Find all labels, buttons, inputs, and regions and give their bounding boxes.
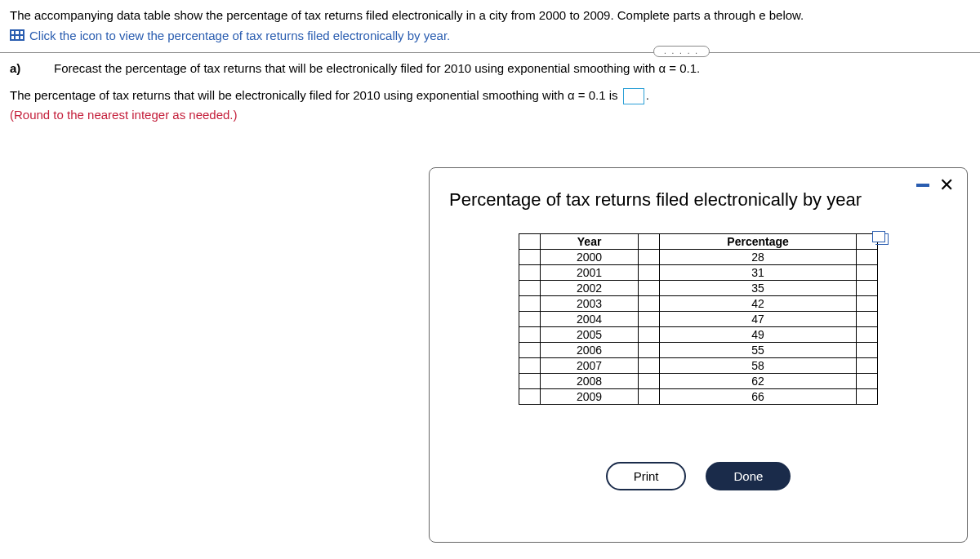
table-header-year: Year	[541, 234, 639, 250]
table-row: 200131	[519, 265, 878, 281]
grid-icon[interactable]	[10, 29, 24, 41]
part-label: a)	[10, 61, 54, 75]
percentage-cell: 28	[660, 250, 857, 265]
blank-cell	[639, 389, 660, 405]
blank-cell	[639, 358, 660, 374]
blank-cell	[857, 343, 878, 358]
blank-cell	[639, 250, 660, 265]
year-cell: 2000	[541, 250, 639, 265]
percentage-cell: 31	[660, 265, 857, 281]
percentage-cell: 42	[660, 296, 857, 312]
year-cell: 2003	[541, 296, 639, 312]
blank-cell	[857, 389, 878, 405]
dots-badge: . . . . .	[653, 46, 710, 57]
blank-cell	[519, 250, 541, 265]
blank-cell	[639, 327, 660, 343]
blank-cell	[639, 374, 660, 389]
blank-cell	[639, 312, 660, 327]
blank-cell	[519, 296, 541, 312]
blank-cell	[639, 281, 660, 296]
percentage-cell: 35	[660, 281, 857, 296]
percentage-cell: 66	[660, 389, 857, 405]
answer-input[interactable]	[623, 88, 644, 104]
year-cell: 2006	[541, 343, 639, 358]
table-row: 200862	[519, 374, 878, 389]
blank-cell	[857, 281, 878, 296]
blank-cell	[519, 327, 541, 343]
question-prompt: Forecast the percentage of tax returns t…	[54, 61, 700, 75]
table-row: 200342	[519, 296, 878, 312]
year-cell: 2001	[541, 265, 639, 281]
rounding-instruction: (Round to the nearest integer as needed.…	[10, 108, 970, 122]
blank-cell	[519, 281, 541, 296]
blank-cell	[519, 312, 541, 327]
percentage-cell: 62	[660, 374, 857, 389]
blank-cell	[519, 389, 541, 405]
intro-text: The accompanying data table show the per…	[10, 7, 970, 25]
blank-cell	[639, 343, 660, 358]
year-cell: 2005	[541, 327, 639, 343]
answer-text-post: .	[646, 88, 649, 102]
blank-cell	[857, 358, 878, 374]
table-row: 200758	[519, 358, 878, 374]
table-row: 200655	[519, 343, 878, 358]
table-header-blank	[639, 234, 660, 250]
year-cell: 2007	[541, 358, 639, 374]
done-button[interactable]: Done	[706, 462, 791, 490]
year-cell: 2002	[541, 281, 639, 296]
percentage-cell: 58	[660, 358, 857, 374]
blank-cell	[857, 265, 878, 281]
blank-cell	[857, 312, 878, 327]
table-row: 200549	[519, 327, 878, 343]
percentage-cell: 55	[660, 343, 857, 358]
view-data-link[interactable]: Click the icon to view the percentage of…	[29, 29, 450, 42]
blank-cell	[857, 327, 878, 343]
blank-cell	[519, 343, 541, 358]
blank-cell	[519, 358, 541, 374]
modal-title: Percentage of tax returns filed electron…	[449, 189, 947, 211]
blank-cell	[639, 296, 660, 312]
year-cell: 2004	[541, 312, 639, 327]
minimize-icon[interactable]	[916, 184, 929, 187]
blank-cell	[857, 296, 878, 312]
print-button[interactable]: Print	[606, 462, 687, 490]
data-modal: ✕ Percentage of tax returns filed electr…	[429, 167, 968, 543]
year-cell: 2008	[541, 374, 639, 389]
table-row: 200447	[519, 312, 878, 327]
percentage-cell: 49	[660, 327, 857, 343]
table-row: 200028	[519, 250, 878, 265]
blank-cell	[639, 265, 660, 281]
table-header-blank	[519, 234, 541, 250]
close-icon[interactable]: ✕	[939, 176, 954, 194]
percentage-cell: 47	[660, 312, 857, 327]
data-table: Year Percentage 200028200131200235200342…	[519, 233, 878, 405]
table-row: 200966	[519, 389, 878, 405]
blank-cell	[519, 265, 541, 281]
table-header-percentage: Percentage	[660, 234, 857, 250]
divider	[0, 52, 980, 53]
blank-cell	[519, 374, 541, 389]
copy-icon[interactable]	[875, 233, 889, 245]
blank-cell	[857, 374, 878, 389]
table-row: 200235	[519, 281, 878, 296]
answer-text-pre: The percentage of tax returns that will …	[10, 88, 621, 102]
year-cell: 2009	[541, 389, 639, 405]
blank-cell	[857, 250, 878, 265]
